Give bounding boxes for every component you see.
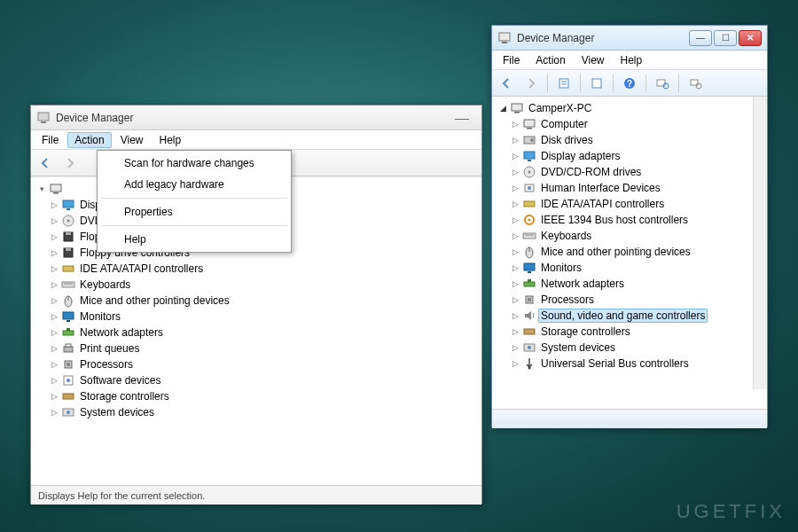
- tree-item-label: Mice and other pointing devices: [77, 293, 232, 308]
- menu-action[interactable]: Action: [67, 132, 111, 148]
- titlebar[interactable]: Device Manager —: [31, 106, 481, 130]
- svg-rect-57: [523, 233, 536, 239]
- menu-help[interactable]: Help: [153, 132, 189, 148]
- chevron-right-icon[interactable]: ▷: [510, 246, 520, 257]
- minimize-button[interactable]: —: [448, 110, 476, 126]
- chevron-right-icon[interactable]: ▷: [49, 359, 59, 370]
- help-button[interactable]: ?: [619, 73, 640, 94]
- tree-root[interactable]: ◢ CamperX-PC: [494, 100, 765, 116]
- chevron-right-icon[interactable]: ▷: [49, 375, 59, 386]
- tree-item[interactable]: ▷Keyboards: [33, 277, 480, 293]
- tree-item[interactable]: ▷Mice and other pointing devices: [33, 293, 480, 309]
- svg-rect-5: [66, 208, 70, 210]
- maximize-button[interactable]: ☐: [714, 30, 737, 46]
- menu-item-properties[interactable]: Properties: [99, 201, 289, 223]
- window-title: Device Manager: [517, 32, 684, 44]
- chevron-right-icon[interactable]: ▷: [49, 247, 59, 258]
- tree-item[interactable]: ▷DVD/CD-ROM drives: [494, 164, 765, 180]
- tree-item[interactable]: ▷System devices: [33, 404, 480, 420]
- minimize-button[interactable]: —: [689, 30, 712, 46]
- menu-item-scan[interactable]: Scan for hardware changes: [99, 153, 289, 174]
- tree-item[interactable]: ▷Print queues: [33, 340, 480, 356]
- chevron-right-icon[interactable]: ▷: [49, 231, 59, 242]
- chevron-right-icon[interactable]: ▷: [510, 183, 520, 193]
- chevron-right-icon[interactable]: ▷: [49, 200, 59, 210]
- chevron-right-icon[interactable]: ▷: [510, 358, 520, 369]
- uninstall-button[interactable]: [685, 73, 706, 94]
- chevron-right-icon[interactable]: ▷: [49, 279, 59, 290]
- chevron-right-icon[interactable]: ▷: [510, 326, 520, 337]
- tree-content[interactable]: ◢ CamperX-PC ▷Computer▷Disk drives▷Displ…: [492, 97, 767, 409]
- chevron-right-icon[interactable]: ▷: [510, 294, 520, 305]
- chevron-right-icon[interactable]: ▷: [510, 119, 520, 129]
- chevron-right-icon[interactable]: ▷: [49, 343, 59, 354]
- chevron-right-icon[interactable]: ▷: [510, 135, 520, 145]
- menu-item-add-legacy[interactable]: Add legacy hardware: [99, 174, 289, 195]
- chevron-right-icon[interactable]: ▷: [510, 215, 520, 225]
- close-button[interactable]: ✕: [739, 30, 762, 46]
- tree-item[interactable]: ▷Storage controllers: [494, 324, 765, 340]
- chevron-right-icon[interactable]: ▷: [49, 311, 59, 322]
- back-button[interactable]: [496, 73, 517, 94]
- display-icon: [522, 149, 536, 163]
- menu-action[interactable]: Action: [528, 52, 572, 68]
- chevron-right-icon[interactable]: ▷: [510, 310, 520, 321]
- tree-item[interactable]: ▷Monitors: [33, 309, 480, 325]
- tree-item[interactable]: ▷Disk drives: [494, 132, 765, 148]
- tree-item[interactable]: ▷IDE ATA/ATAPI controllers: [494, 196, 765, 212]
- chevron-right-icon[interactable]: ▷: [49, 215, 59, 226]
- svg-rect-0: [38, 113, 49, 121]
- tree-item[interactable]: ▷IDE ATA/ATAPI controllers: [33, 261, 480, 277]
- tree-item[interactable]: ▷Processors: [494, 292, 765, 308]
- tree-item[interactable]: ▷Keyboards: [494, 228, 765, 244]
- device-manager-left-window: Device Manager — File Action View Help S…: [30, 105, 482, 504]
- tree-item[interactable]: ▷Display adapters: [494, 148, 765, 164]
- menu-file[interactable]: File: [35, 132, 66, 148]
- chevron-right-icon[interactable]: ▷: [510, 151, 520, 161]
- chevron-right-icon[interactable]: ▷: [510, 199, 520, 209]
- menu-file[interactable]: File: [496, 52, 527, 68]
- chevron-right-icon[interactable]: ▷: [510, 231, 520, 241]
- tree-item[interactable]: ▷Storage controllers: [33, 388, 480, 404]
- svg-rect-9: [66, 232, 71, 235]
- floppy-icon: [61, 230, 75, 244]
- titlebar[interactable]: Device Manager — ☐ ✕: [492, 26, 767, 51]
- chevron-right-icon[interactable]: ▷: [49, 407, 59, 418]
- chevron-right-icon[interactable]: ▷: [49, 391, 59, 402]
- tree-item[interactable]: ▷Monitors: [494, 260, 765, 276]
- menu-view[interactable]: View: [575, 52, 612, 68]
- chevron-right-icon[interactable]: ▷: [510, 167, 520, 177]
- scan-button[interactable]: [652, 73, 673, 94]
- chevron-right-icon[interactable]: ▷: [510, 342, 520, 353]
- tree-item-label: Human Interface Devices: [538, 181, 663, 195]
- chevron-right-icon[interactable]: ▷: [49, 263, 59, 274]
- chevron-right-icon[interactable]: ▷: [49, 327, 59, 338]
- forward-button[interactable]: [520, 73, 542, 94]
- refresh-button[interactable]: [586, 73, 607, 94]
- svg-point-41: [696, 83, 701, 89]
- menu-view[interactable]: View: [113, 132, 151, 148]
- tree-item[interactable]: ▷Human Interface Devices: [494, 180, 765, 196]
- chevron-right-icon[interactable]: ▷: [510, 262, 520, 273]
- properties-button[interactable]: [553, 73, 575, 94]
- menu-help[interactable]: Help: [614, 52, 650, 68]
- tree-item[interactable]: ▷Software devices: [33, 372, 480, 388]
- tree-item[interactable]: ▷Mice and other pointing devices: [494, 244, 765, 260]
- vertical-scrollbar[interactable]: [753, 97, 767, 389]
- chevron-right-icon[interactable]: ▷: [49, 295, 59, 306]
- tree-item[interactable]: ▷Sound, video and game controllers: [494, 308, 765, 324]
- tree-item-label: Mice and other pointing devices: [538, 245, 693, 259]
- tree-item[interactable]: ▷Network adapters: [494, 276, 765, 292]
- menu-item-help[interactable]: Help: [99, 229, 289, 250]
- tree-item[interactable]: ▷IEEE 1394 Bus host controllers: [494, 212, 765, 228]
- chevron-right-icon[interactable]: ▷: [510, 278, 520, 289]
- tree-item[interactable]: ▷Processors: [33, 356, 480, 372]
- tree-item[interactable]: ▷Computer: [494, 116, 765, 132]
- expander-icon[interactable]: ▾: [36, 184, 47, 194]
- tree-item[interactable]: ▷Network adapters: [33, 325, 480, 340]
- tree-item[interactable]: ▷System devices: [494, 340, 765, 356]
- back-button[interactable]: [35, 153, 56, 174]
- tree-item[interactable]: ▷Universal Serial Bus controllers: [494, 356, 765, 372]
- expander-icon[interactable]: ◢: [497, 103, 508, 113]
- forward-button[interactable]: [59, 153, 81, 174]
